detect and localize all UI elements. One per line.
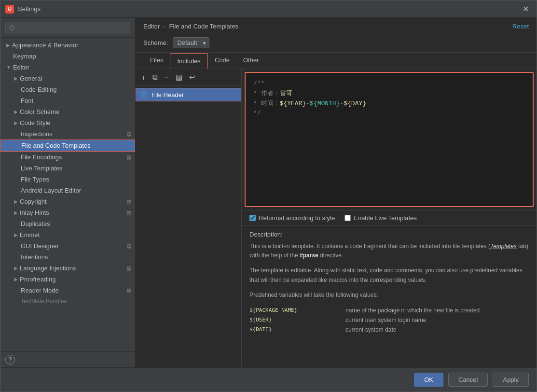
sidebar-item-proofreading[interactable]: ▶ Proofreading	[0, 274, 135, 285]
options-row: Reformat according to style Enable Live …	[242, 210, 537, 225]
remove-template-button[interactable]: −	[163, 72, 171, 83]
sidebar-item-reader-mode[interactable]: Reader Mode	[0, 285, 135, 296]
code-line-3: * 时间：${YEAR}-${MONTH}-${DAY}	[253, 99, 525, 109]
tabs-row: Files Includes Code Other	[136, 53, 537, 69]
reset-link[interactable]: Reset	[512, 23, 529, 30]
chevron-right-icon: ▶	[14, 109, 18, 114]
chevron-right-icon: ▶	[14, 76, 18, 81]
sidebar-item-editor[interactable]: ▼ Editor	[0, 62, 135, 73]
chevron-right-icon: ▶	[14, 266, 18, 271]
close-button[interactable]: ✕	[520, 3, 532, 14]
sidebar-item-duplicates[interactable]: Duplicates	[0, 218, 135, 229]
code-editor-panel: /** * 作者：雷哥 * 时间：${YEAR}-${MONTH}-${DAY}…	[242, 69, 537, 367]
sidebar-item-label: Appearance & Behavior	[12, 42, 78, 49]
description-panel: Description: This is a built-in template…	[242, 225, 537, 367]
tab-other[interactable]: Other	[236, 53, 266, 69]
sidebar-item-general[interactable]: ▶ General	[0, 73, 135, 84]
sidebar-item-gui-designer[interactable]: GUI Designer	[0, 240, 135, 252]
sidebar-item-code-style[interactable]: ▶ Code Style	[0, 117, 135, 128]
reformat-checkbox[interactable]	[249, 215, 256, 221]
live-templates-label: Enable Live Templates	[354, 214, 417, 222]
sidebar: ▶ Appearance & Behavior Keymap ▼ Editor …	[0, 18, 136, 367]
reformat-label: Reformat according to style	[259, 214, 335, 222]
variable-name: ${PACKAGE_NAME}	[249, 306, 345, 315]
live-templates-checkbox-label[interactable]: Enable Live Templates	[344, 214, 417, 222]
sidebar-item-label: Inspections	[21, 130, 53, 138]
sidebar-item-label: Duplicates	[21, 220, 50, 227]
search-box	[0, 18, 135, 38]
sidebar-item-android-layout[interactable]: Android Layout Editor	[0, 185, 135, 196]
apply-button[interactable]: Apply	[493, 373, 529, 387]
sidebar-item-label: Android Layout Editor	[21, 187, 81, 194]
app-icon: IJ	[5, 5, 14, 14]
sidebar-item-label: Font	[21, 97, 33, 104]
scheme-label: Scheme:	[143, 39, 168, 46]
breadcrumb-page: File and Code Templates	[169, 23, 239, 30]
variable-name: ${DATE}	[249, 325, 345, 335]
sidebar-bottom: ?	[0, 351, 135, 367]
scheme-row: Scheme: Default Project	[136, 33, 537, 53]
sidebar-item-appearance[interactable]: ▶ Appearance & Behavior	[0, 40, 135, 51]
sidebar-item-live-templates[interactable]: Live Templates	[0, 163, 135, 174]
sidebar-item-textmate[interactable]: TextMate Bundles	[0, 296, 135, 307]
cancel-button[interactable]: Cancel	[448, 373, 488, 387]
sidebar-item-color-scheme[interactable]: ▶ Color Scheme	[0, 106, 135, 117]
sidebar-item-font[interactable]: Font	[0, 95, 135, 106]
add-template-button[interactable]: +	[139, 72, 148, 83]
scheme-select[interactable]: Default Project	[173, 37, 209, 48]
chevron-right-icon: ▶	[14, 210, 18, 215]
reset-template-button[interactable]: ▤	[174, 72, 184, 83]
template-item-file-header[interactable]: File Header	[136, 88, 241, 101]
description-text-3: Predefined variables will take the follo…	[249, 291, 529, 300]
tab-includes[interactable]: Includes	[170, 53, 207, 69]
breadcrumb-sep: ›	[164, 23, 167, 30]
sidebar-item-file-encodings[interactable]: File Encodings	[0, 152, 135, 163]
variable-desc: current system date	[345, 325, 529, 335]
reformat-checkbox-label[interactable]: Reformat according to style	[249, 214, 335, 222]
variable-desc: name of the package in which the new fil…	[345, 306, 529, 315]
search-input[interactable]	[5, 22, 130, 33]
live-templates-checkbox[interactable]	[344, 215, 351, 221]
sidebar-item-inlay-hints[interactable]: ▶ Inlay Hints	[0, 207, 135, 218]
code-line-2: * 作者：雷哥	[253, 89, 525, 99]
sidebar-item-label: Editor	[13, 64, 29, 71]
sidebar-item-code-editing[interactable]: Code Editing	[0, 84, 135, 95]
template-item-label: File Header	[151, 91, 184, 98]
breadcrumb-editor: Editor	[143, 23, 160, 30]
sidebar-item-copyright[interactable]: ▶ Copyright	[0, 196, 135, 207]
sidebar-item-label: Color Scheme	[20, 108, 59, 115]
ok-button[interactable]: OK	[414, 373, 443, 387]
sidebar-item-language-injections[interactable]: ▶ Language Injections	[0, 263, 135, 274]
title-bar: IJ Settings ✕	[0, 0, 537, 18]
undo-template-button[interactable]: ↩	[187, 72, 197, 83]
sidebar-nav: ▶ Appearance & Behavior Keymap ▼ Editor …	[0, 38, 135, 351]
sidebar-item-file-and-code-templates[interactable]: File and Code Templates	[0, 140, 135, 152]
copy-template-button[interactable]: ⧉	[151, 72, 160, 83]
panel-header: Editor › File and Code Templates Reset	[136, 18, 537, 33]
chevron-right-icon: ▶	[14, 120, 18, 126]
sidebar-item-intentions[interactable]: Intentions	[0, 252, 135, 263]
description-title: Description:	[249, 231, 529, 238]
sidebar-item-label: GUI Designer	[21, 242, 59, 250]
scheme-select-wrapper: Default Project	[173, 37, 209, 48]
help-button[interactable]: ?	[5, 355, 15, 364]
sidebar-item-keymap[interactable]: Keymap	[0, 51, 135, 62]
code-editor[interactable]: /** * 作者：雷哥 * 时间：${YEAR}-${MONTH}-${DAY}…	[245, 72, 534, 207]
sidebar-item-label: Code Style	[20, 119, 51, 126]
variable-row: ${USER} current user system login name	[249, 315, 529, 325]
main-content: ▶ Appearance & Behavior Keymap ▼ Editor …	[0, 18, 537, 367]
sidebar-item-label: File Types	[21, 176, 49, 183]
chevron-down-icon: ▼	[6, 65, 11, 70]
variables-table: ${PACKAGE_NAME} name of the package in w…	[249, 306, 529, 335]
sidebar-item-file-types[interactable]: File Types	[0, 174, 135, 185]
tab-files[interactable]: Files	[143, 53, 170, 69]
template-toolbar: + ⧉ − ▤ ↩	[136, 69, 241, 86]
sidebar-item-label: File and Code Templates	[21, 142, 91, 149]
sidebar-item-label: Copyright	[20, 198, 47, 205]
sidebar-item-inspections[interactable]: Inspections	[0, 128, 135, 140]
sidebar-item-label: Language Injections	[20, 265, 76, 272]
sidebar-item-emmet[interactable]: ▶ Emmet	[0, 229, 135, 240]
tab-code[interactable]: Code	[208, 53, 236, 69]
panel-body: + ⧉ − ▤ ↩	[136, 69, 537, 367]
variable-row: ${DATE} current system date	[249, 325, 529, 335]
